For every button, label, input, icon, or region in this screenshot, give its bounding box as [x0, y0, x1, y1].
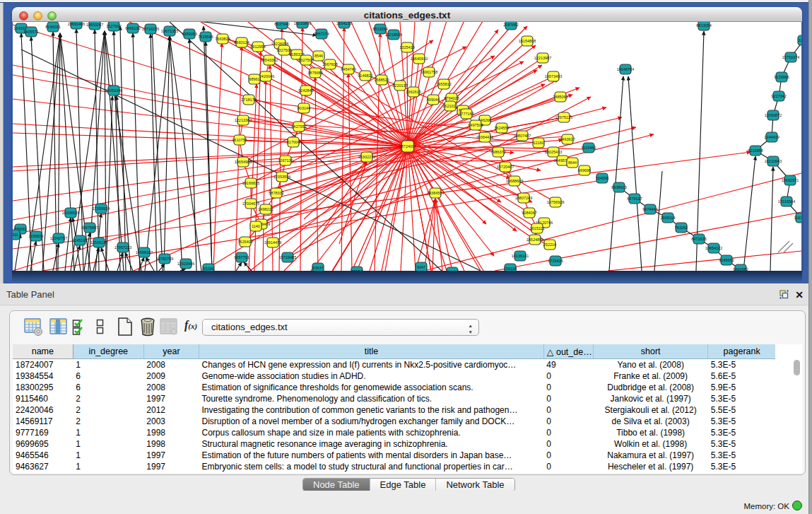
svg-text:8220137: 8220137 — [392, 83, 407, 88]
svg-text:20364436: 20364436 — [476, 135, 493, 139]
svg-text:5878332: 5878332 — [269, 191, 283, 195]
svg-text:19166825: 19166825 — [242, 181, 259, 185]
svg-text:7663822: 7663822 — [215, 37, 230, 41]
svg-text:9129966: 9129966 — [774, 75, 789, 79]
svg-text:6466160: 6466160 — [125, 26, 140, 30]
svg-text:6479197: 6479197 — [627, 197, 642, 201]
svg-text:15692971: 15692971 — [782, 178, 799, 182]
svg-text:3389083: 3389083 — [182, 32, 196, 36]
svg-text:39975897: 39975897 — [81, 226, 98, 230]
svg-text:1362615: 1362615 — [406, 90, 420, 94]
svg-text:62160: 62160 — [533, 141, 543, 145]
svg-text:1498222: 1498222 — [258, 207, 273, 211]
svg-text:11172: 11172 — [799, 38, 801, 42]
svg-text:1733426: 1733426 — [548, 259, 563, 263]
svg-text:15716485: 15716485 — [279, 255, 296, 259]
svg-text:20691406: 20691406 — [68, 22, 85, 26]
svg-text:16648784: 16648784 — [617, 67, 634, 71]
svg-text:16210643: 16210643 — [765, 159, 782, 163]
svg-text:12342757: 12342757 — [50, 236, 67, 240]
svg-text:18807249: 18807249 — [515, 196, 532, 200]
svg-text:7515546: 7515546 — [198, 35, 213, 39]
svg-text:15751074: 15751074 — [782, 55, 799, 59]
svg-text:8196001: 8196001 — [45, 25, 60, 29]
svg-text:14136141: 14136141 — [512, 254, 529, 258]
svg-text:9245652: 9245652 — [719, 258, 734, 262]
svg-text:10973493: 10973493 — [545, 74, 562, 78]
svg-text:16640910: 16640910 — [411, 57, 428, 61]
svg-text:15302273: 15302273 — [358, 155, 375, 159]
svg-text:16782759: 16782759 — [156, 257, 173, 261]
svg-text:17359924: 17359924 — [93, 206, 110, 211]
svg-text:12923446: 12923446 — [177, 262, 194, 266]
svg-text:1405571: 1405571 — [23, 30, 38, 34]
svg-text:17957223: 17957223 — [114, 245, 131, 250]
svg-text:9227342: 9227342 — [771, 94, 786, 98]
svg-text:2654235: 2654235 — [336, 22, 351, 25]
svg-text:8546: 8546 — [314, 54, 323, 58]
svg-text:16033809: 16033809 — [294, 22, 311, 25]
svg-text:7857274: 7857274 — [314, 32, 329, 36]
svg-text:14958107: 14958107 — [136, 250, 153, 255]
svg-text:10543362: 10543362 — [261, 58, 278, 62]
svg-text:1615112: 1615112 — [529, 226, 544, 230]
svg-text:16961758: 16961758 — [420, 70, 437, 74]
svg-text:8912954: 8912954 — [250, 45, 265, 49]
svg-text:1140: 1140 — [252, 224, 260, 228]
svg-text:12213987: 12213987 — [534, 56, 551, 60]
svg-text:10025433: 10025433 — [545, 150, 562, 154]
svg-text:7625402: 7625402 — [237, 240, 252, 244]
svg-text:8637940: 8637940 — [274, 22, 289, 26]
svg-text:8938913: 8938913 — [611, 185, 626, 189]
svg-text:1610755: 1610755 — [232, 138, 247, 142]
svg-text:3875685: 3875685 — [307, 71, 322, 75]
svg-text:10756928: 10756928 — [547, 200, 564, 204]
svg-text:83637: 83637 — [312, 266, 323, 270]
svg-text:9242848: 9242848 — [298, 88, 313, 93]
svg-text:12505135: 12505135 — [90, 240, 107, 245]
svg-text:2718170: 2718170 — [241, 98, 256, 102]
svg-text:3624554: 3624554 — [494, 126, 509, 130]
svg-text:8454749: 8454749 — [341, 67, 355, 71]
svg-text:6497508: 6497508 — [468, 123, 483, 127]
svg-text:164095: 164095 — [596, 176, 608, 180]
svg-text:699695: 699695 — [578, 168, 591, 173]
svg-text:1527602: 1527602 — [106, 24, 121, 28]
svg-text:1145193: 1145193 — [72, 238, 87, 243]
svg-text:17004675: 17004675 — [242, 201, 259, 206]
svg-text:10671355: 10671355 — [161, 29, 178, 33]
svg-text:20053346: 20053346 — [105, 88, 122, 93]
svg-text:18724007: 18724007 — [399, 144, 416, 148]
svg-text:9474444: 9474444 — [642, 207, 657, 211]
svg-text:12213383: 12213383 — [235, 118, 252, 122]
svg-text:8427552: 8427552 — [291, 124, 306, 129]
svg-text:1621022: 1621022 — [442, 104, 457, 108]
svg-text:98961: 98961 — [249, 77, 259, 81]
svg-text:7986372: 7986372 — [490, 150, 505, 154]
svg-text:12975125: 12975125 — [555, 115, 572, 119]
svg-text:15720407: 15720407 — [497, 165, 514, 169]
svg-text:8644: 8644 — [568, 160, 577, 165]
svg-text:9777169: 9777169 — [459, 112, 473, 116]
svg-text:8215958: 8215958 — [748, 148, 763, 153]
svg-text:19218506: 19218506 — [385, 33, 402, 37]
svg-text:12353594: 12353594 — [273, 175, 290, 179]
svg-text:10653267: 10653267 — [86, 23, 103, 27]
svg-text:1244419: 1244419 — [764, 135, 779, 139]
svg-text:9327508: 9327508 — [298, 58, 313, 62]
svg-text:9084067: 9084067 — [522, 211, 536, 215]
svg-text:2935114: 2935114 — [660, 216, 675, 220]
svg-text:1588520: 1588520 — [374, 78, 389, 82]
svg-text:2967608: 2967608 — [322, 62, 337, 66]
svg-text:9347: 9347 — [417, 265, 425, 269]
svg-text:763262: 763262 — [675, 226, 688, 230]
svg-text:19654985: 19654985 — [235, 160, 252, 164]
svg-text:19384554: 19384554 — [427, 191, 444, 195]
svg-text:16914479: 16914479 — [264, 240, 281, 245]
svg-text:7485063: 7485063 — [553, 95, 567, 99]
svg-text:317004: 317004 — [287, 140, 300, 144]
svg-text:10719155: 10719155 — [142, 27, 159, 31]
svg-text:9115460: 9115460 — [581, 146, 596, 150]
svg-text:8660124: 8660124 — [234, 40, 249, 45]
svg-text:252214: 252214 — [543, 243, 556, 247]
